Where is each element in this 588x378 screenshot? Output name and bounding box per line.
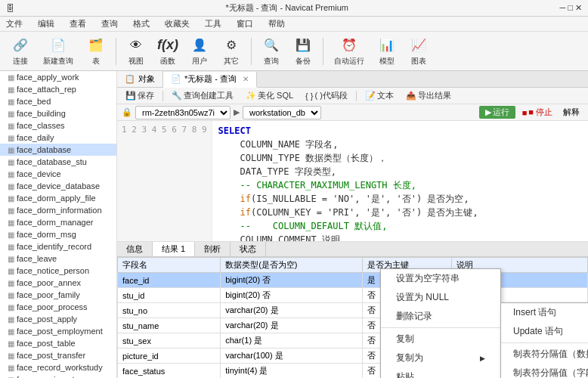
bottom-tab-info[interactable]: 信息 bbox=[117, 242, 153, 256]
stop-button[interactable]: ■ ■ 停止 bbox=[518, 105, 556, 119]
table-icon: ▦ bbox=[8, 206, 14, 215]
ctx-copy-as[interactable]: 复制为 bbox=[381, 349, 500, 367]
bottom-tab-status[interactable]: 状态 bbox=[231, 242, 266, 256]
sidebar-item-face_device[interactable]: ▦face_device bbox=[0, 168, 116, 180]
beautify-sql-button[interactable]: ✨ 美化 SQL bbox=[242, 88, 297, 103]
sidebar-item-face_poor_family[interactable]: ▦face_poor_family bbox=[0, 289, 116, 301]
toolbar-backup[interactable]: 💾 备份 bbox=[289, 34, 317, 69]
toolbar-other[interactable]: ⚙ 其它 bbox=[217, 34, 246, 69]
export-result-button[interactable]: 📤 导出结果 bbox=[402, 88, 455, 103]
toolbar-model[interactable]: 📊 模型 bbox=[373, 34, 401, 69]
conn-icon: 🔒 bbox=[122, 107, 132, 117]
sidebar-item-face_poor_process[interactable]: ▦face_poor_process bbox=[0, 301, 116, 313]
ctx-set-empty[interactable]: 设置为空字符串 bbox=[381, 269, 500, 288]
menu-query[interactable]: 查询 bbox=[98, 17, 121, 31]
sidebar-item-face_post_transfer[interactable]: ▦face_post_transfer bbox=[0, 349, 116, 361]
sidebar-item-face_dorm_manager[interactable]: ▦face_dorm_manager bbox=[0, 216, 116, 228]
menu-tools[interactable]: 工具 bbox=[202, 17, 224, 31]
sidebar-item-face_notice_person[interactable]: ▦face_notice_person bbox=[0, 265, 116, 277]
ctx-sep-1 bbox=[381, 327, 500, 328]
tab-close-icon[interactable]: ✕ bbox=[243, 75, 249, 83]
cell-field: stu_no bbox=[118, 303, 221, 318]
submenu-insert[interactable]: Insert 语句 bbox=[501, 303, 588, 322]
bottom-tabs: 信息 结果 1 剖析 状态 bbox=[117, 242, 588, 257]
cell-type: tinyint(4) 是 bbox=[221, 364, 363, 379]
ctx-copy[interactable]: 复制 bbox=[381, 330, 500, 349]
beautify-icon: ✨ bbox=[246, 91, 256, 101]
sidebar-item-face_repair_note[interactable]: ▦face_repair_note bbox=[0, 373, 116, 378]
connection-select[interactable]: rm-2zetn83n05wz7i bbox=[135, 106, 231, 119]
sidebar-item-face_poor_annex[interactable]: ▦face_poor_annex bbox=[0, 277, 116, 289]
code-content[interactable]: SELECT COLUMN_NAME 字段名, COLUMN_TYPE 数据类型… bbox=[212, 121, 588, 241]
col-header: 数据类型(是否为空) bbox=[221, 258, 363, 273]
col-header: 字段名 bbox=[118, 258, 221, 273]
menu-file[interactable]: 文件 bbox=[3, 17, 26, 31]
toolbar-connect[interactable]: 🔗 连接 bbox=[6, 34, 35, 69]
query-builder-button[interactable]: 🔧 查询创建工具 bbox=[168, 88, 237, 103]
toolbar-sep-1 bbox=[116, 38, 116, 65]
sidebar-item-face_identify_record[interactable]: ▦face_identify_record bbox=[0, 240, 116, 253]
sidebar-item-face_database[interactable]: ▦face_database bbox=[0, 144, 116, 156]
table-row[interactable]: face_id bigint(20) 否 是 ID bbox=[118, 273, 588, 288]
query-builder-icon: 🔧 bbox=[172, 91, 182, 101]
toolbar-user[interactable]: 👤 用户 bbox=[185, 34, 214, 69]
toolbar-function[interactable]: f(x) 函数 bbox=[153, 34, 182, 69]
table-icon: ▦ bbox=[8, 122, 14, 130]
toolbar-sep-2 bbox=[251, 38, 252, 65]
sidebar-item-face_building[interactable]: ▦face_building bbox=[0, 107, 116, 119]
toolbar-autorun[interactable]: ⏰ 自动运行 bbox=[329, 34, 370, 69]
menu-edit[interactable]: 编辑 bbox=[35, 17, 57, 31]
save-button[interactable]: 💾 保存 bbox=[122, 88, 158, 103]
code-segment-button[interactable]: { } ( )代码段 bbox=[302, 88, 351, 103]
code-editor[interactable]: 1 2 3 4 5 6 7 8 9 SELECT COLUMN_NAME 字段名… bbox=[117, 121, 588, 242]
toolbar-new-query[interactable]: 📄 新建查询 bbox=[38, 34, 79, 69]
menu-view[interactable]: 查看 bbox=[67, 17, 89, 31]
menu-window[interactable]: 窗口 bbox=[234, 17, 256, 31]
ctx-delete-record[interactable]: 删除记录 bbox=[381, 307, 500, 326]
view-icon: 👁 bbox=[127, 36, 145, 54]
tab-query[interactable]: 📄 *无标题 - 查询 ✕ bbox=[163, 72, 257, 88]
sidebar-item-face_dorm_information[interactable]: ▦face_dorm_information bbox=[0, 204, 116, 216]
submenu-update[interactable]: Update 语句 bbox=[501, 322, 588, 341]
menu-format[interactable]: 格式 bbox=[130, 17, 153, 31]
ctx-paste[interactable]: 粘贴 bbox=[381, 367, 500, 378]
bottom-tab-result1[interactable]: 结果 1 bbox=[153, 242, 195, 256]
sidebar-item-face_apply_work[interactable]: ▦face_apply_work bbox=[0, 71, 116, 83]
toolbar-chart[interactable]: 📈 图表 bbox=[404, 34, 433, 69]
sidebar-item-face_post_employment[interactable]: ▦face_post_employment bbox=[0, 325, 116, 337]
text-mode-button[interactable]: 📝 文本 bbox=[361, 88, 398, 103]
run-button[interactable]: ▶ 运行 bbox=[479, 106, 515, 119]
sidebar-item-face_daily[interactable]: ▦face_daily bbox=[0, 132, 116, 144]
database-select[interactable]: workstation_db bbox=[243, 106, 321, 119]
tab-objects[interactable]: 📋 对象 bbox=[117, 71, 163, 87]
toolbar-table[interactable]: 🗂️ 表 bbox=[82, 34, 110, 69]
tab-objects-label: 对象 bbox=[138, 73, 155, 85]
submenu-tsv-fields[interactable]: 制表符分隔值（字段名） bbox=[501, 364, 588, 378]
table-icon: ▦ bbox=[8, 243, 14, 251]
ctx-set-null[interactable]: 设置为 NULL bbox=[381, 288, 500, 307]
sidebar-item-face_database_stu[interactable]: ▦face_database_stu bbox=[0, 156, 116, 168]
sidebar-item-face_post_table[interactable]: ▦face_post_table bbox=[0, 337, 116, 349]
sidebar-item-face_post_apply[interactable]: ▦face_post_apply bbox=[0, 313, 116, 325]
table-icon: ▦ bbox=[8, 218, 14, 227]
menu-favorites[interactable]: 收藏夹 bbox=[162, 17, 193, 31]
sidebar-item-face_record_workstudy[interactable]: ▦face_record_workstudy bbox=[0, 361, 116, 373]
bottom-tab-profiling[interactable]: 剖析 bbox=[195, 242, 231, 256]
sidebar-item-face_classes[interactable]: ▦face_classes bbox=[0, 119, 116, 132]
submenu-tsv-data[interactable]: 制表符分隔值（数据） bbox=[501, 345, 588, 364]
explain-button[interactable]: 解释 bbox=[559, 105, 583, 119]
toolbar-query[interactable]: 🔍 查询 bbox=[257, 34, 286, 69]
table-icon: ▦ bbox=[8, 146, 14, 154]
title-bar: 🗄 *无标题 - 查询 - Navicat Premium ─ □ ✕ bbox=[0, 0, 588, 17]
sidebar-item-face_attach_rep[interactable]: ▦face_attach_rep bbox=[0, 83, 116, 95]
sidebar-item-face_device_database[interactable]: ▦face_device_database bbox=[0, 180, 116, 192]
table-icon: ▦ bbox=[8, 98, 14, 106]
sidebar-item-face_dorm_msg[interactable]: ▦face_dorm_msg bbox=[0, 228, 116, 240]
toolbar-view[interactable]: 👁 视图 bbox=[122, 34, 150, 69]
sidebar-item-face_leave[interactable]: ▦face_leave bbox=[0, 253, 116, 265]
cell-type: bigint(20) 否 bbox=[221, 288, 363, 303]
menu-help[interactable]: 帮助 bbox=[265, 17, 288, 31]
sidebar-item-face_bed[interactable]: ▦face_bed bbox=[0, 95, 116, 107]
sidebar-item-face_dorm_apply_file[interactable]: ▦face_dorm_apply_file bbox=[0, 192, 116, 204]
table-row[interactable]: stu_id bigint(20) 否 否 学生ID bbox=[118, 288, 588, 303]
